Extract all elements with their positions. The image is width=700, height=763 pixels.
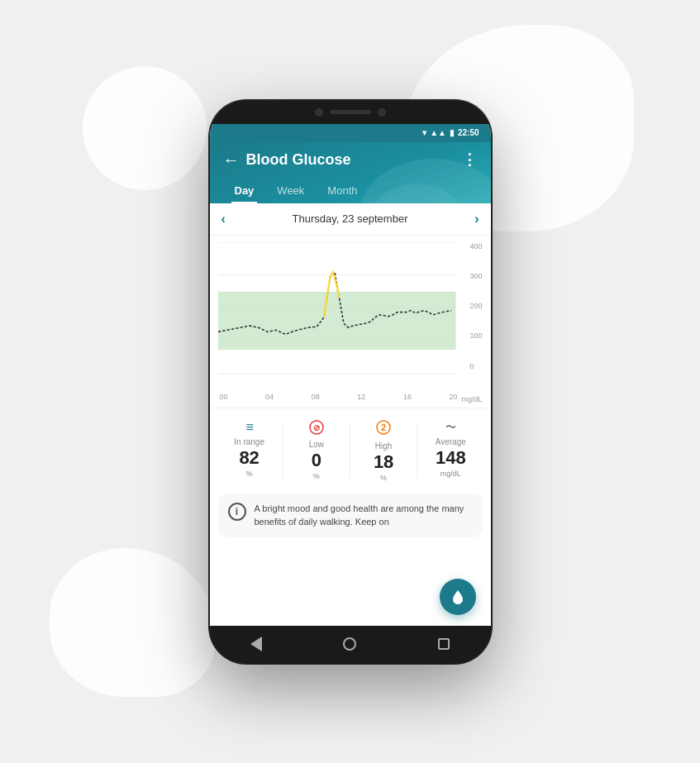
- tab-week[interactable]: Week: [274, 179, 307, 203]
- in-range-label: In range: [234, 437, 264, 446]
- in-range-value: 82: [239, 449, 259, 467]
- info-icon: i: [228, 503, 246, 521]
- high-label: High: [375, 441, 393, 451]
- in-range-unit: %: [246, 470, 253, 478]
- average-icon: 〜: [445, 420, 456, 435]
- nav-back-button[interactable]: [247, 635, 265, 653]
- signal-icon: ▲▲: [430, 128, 446, 137]
- wifi-icon: ▾: [422, 128, 426, 137]
- low-icon: ⊘: [309, 420, 324, 437]
- screen: ▾ ▲▲ ▮ 22:50 ← Blood Glucose ⋮: [210, 124, 491, 626]
- front-camera: [315, 108, 323, 117]
- nav-recents-button[interactable]: [435, 635, 453, 653]
- add-reading-fab[interactable]: [440, 579, 476, 615]
- average-value: 148: [436, 449, 466, 467]
- tab-month[interactable]: Month: [324, 179, 360, 203]
- info-banner: i A bright mood and good health are amon…: [218, 494, 483, 537]
- date-next-button[interactable]: ›: [474, 212, 479, 227]
- sensor: [378, 108, 386, 117]
- phone: ▾ ▲▲ ▮ 22:50 ← Blood Glucose ⋮: [210, 101, 491, 663]
- current-date: Thursday, 23 september: [293, 212, 408, 225]
- in-range-icon: ≡: [245, 420, 252, 435]
- chart-wrapper: 400 300 200 100 0: [218, 242, 483, 391]
- info-text: A bright mood and good health are among …: [255, 502, 473, 529]
- high-unit: %: [380, 474, 387, 482]
- blood-glucose-chart: [218, 242, 483, 374]
- chart-y-labels: 400 300 200 100 0: [469, 242, 482, 370]
- phone-top-bar: [210, 101, 491, 124]
- date-prev-button[interactable]: ‹: [221, 212, 226, 227]
- scene: ▾ ▲▲ ▮ 22:50 ← Blood Glucose ⋮: [0, 0, 700, 763]
- battery-icon: ▮: [450, 128, 455, 137]
- low-label: Low: [309, 440, 324, 449]
- back-nav-icon: [250, 637, 262, 651]
- average-label: Average: [436, 437, 466, 446]
- recents-nav-icon: [438, 638, 450, 650]
- stat-in-range: ≡ In range 82 %: [217, 420, 283, 482]
- app-header: ← Blood Glucose ⋮ Day Week Month: [210, 142, 491, 203]
- nav-home-button[interactable]: [340, 635, 359, 653]
- menu-button[interactable]: ⋮: [462, 150, 478, 169]
- chart-x-labels: 00 04 08 12 16 20: [218, 391, 460, 401]
- svg-rect-5: [218, 291, 455, 349]
- clock: 22:50: [458, 128, 479, 137]
- speaker: [330, 110, 371, 114]
- svg-text:2: 2: [381, 422, 386, 432]
- blob-3: [83, 66, 207, 190]
- chart-container: 400 300 200 100 0: [210, 236, 491, 401]
- header-row: ← Blood Glucose ⋮: [223, 150, 478, 169]
- tab-day[interactable]: Day: [231, 179, 258, 203]
- stat-low: ⊘ Low 0 %: [283, 420, 350, 482]
- high-icon: 2: [376, 420, 391, 439]
- home-nav-icon: [343, 637, 356, 651]
- average-unit: mg/dL: [440, 470, 461, 478]
- chart-unit: mg/dL: [461, 395, 482, 403]
- drop-icon: [449, 588, 467, 606]
- blob-2: [50, 548, 215, 697]
- stat-average: 〜 Average 148 mg/dL: [417, 420, 483, 482]
- low-value: 0: [312, 451, 321, 470]
- back-button[interactable]: ←: [223, 150, 240, 169]
- phone-bottom-nav: [210, 626, 491, 663]
- page-title: Blood Glucose: [246, 151, 351, 169]
- header-left: ← Blood Glucose: [223, 150, 351, 169]
- high-value: 18: [374, 453, 393, 471]
- stats-row: ≡ In range 82 % ⊘ Low 0 %: [210, 408, 491, 489]
- status-bar: ▾ ▲▲ ▮ 22:50: [210, 124, 491, 142]
- low-unit: %: [313, 472, 320, 480]
- svg-text:⊘: ⊘: [313, 423, 320, 432]
- date-nav: ‹ Thursday, 23 september ›: [210, 203, 491, 236]
- tabs-container: Day Week Month: [223, 179, 478, 203]
- stat-high: 2 High 18 %: [350, 420, 417, 482]
- status-icons: ▾ ▲▲ ▮ 22:50: [422, 128, 479, 137]
